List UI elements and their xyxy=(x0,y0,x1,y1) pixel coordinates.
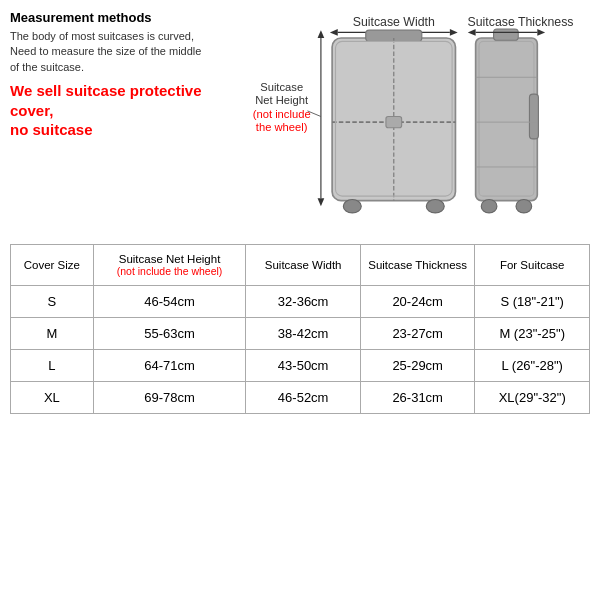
cell-thickness-3: 26-31cm xyxy=(360,382,475,414)
svg-marker-1 xyxy=(330,29,338,36)
cell-net-height-3: 69-78cm xyxy=(93,382,246,414)
cell-width-0: 32-36cm xyxy=(246,286,361,318)
cell-for-suit-0: S (18"-21") xyxy=(475,286,590,318)
table-row: S 46-54cm 32-36cm 20-24cm S (18"-21") xyxy=(11,286,590,318)
cell-net-height-2: 64-71cm xyxy=(93,350,246,382)
sell-text: We sell suitcase protective cover, no su… xyxy=(10,81,212,140)
svg-rect-19 xyxy=(476,38,538,201)
svg-text:(not include: (not include xyxy=(253,108,311,120)
measurement-title: Measurement methods xyxy=(10,10,212,25)
header-width: Suitcase Width xyxy=(246,245,361,286)
cell-net-height-1: 55-63cm xyxy=(93,318,246,350)
cell-thickness-2: 25-29cm xyxy=(360,350,475,382)
main-container: Measurement methods The body of most sui… xyxy=(0,0,600,600)
desc-line2: Need to measure the size of the middle o… xyxy=(10,45,201,72)
left-text-area: Measurement methods The body of most sui… xyxy=(10,10,220,234)
cell-size-1: M xyxy=(11,318,94,350)
table-row: M 55-63cm 38-42cm 23-27cm M (23"-25") xyxy=(11,318,590,350)
svg-marker-2 xyxy=(450,29,458,36)
cell-thickness-1: 23-27cm xyxy=(360,318,475,350)
cell-net-height-0: 46-54cm xyxy=(93,286,246,318)
cell-thickness-0: 20-24cm xyxy=(360,286,475,318)
table-row: XL 69-78cm 46-52cm 26-31cm XL(29"-32") xyxy=(11,382,590,414)
table-row: L 64-71cm 43-50cm 25-29cm L (26"-28") xyxy=(11,350,590,382)
svg-marker-12 xyxy=(318,30,325,38)
cell-for-suit-2: L (26"-28") xyxy=(475,350,590,382)
cell-width-2: 43-50cm xyxy=(246,350,361,382)
svg-marker-29 xyxy=(468,29,476,36)
svg-marker-13 xyxy=(318,198,325,206)
header-net-height: Suitcase Net Height (not include the whe… xyxy=(93,245,246,286)
label-suitcase-width: Suitcase Width xyxy=(353,15,435,29)
svg-text:Suitcase: Suitcase xyxy=(260,81,303,93)
cell-size-3: XL xyxy=(11,382,94,414)
svg-point-23 xyxy=(481,199,497,212)
header-thickness: Suitcase Thickness xyxy=(360,245,475,286)
header-cover-size: Cover Size xyxy=(11,245,94,286)
label-suitcase-thickness: Suitcase Thickness xyxy=(467,15,573,29)
svg-marker-30 xyxy=(537,29,545,36)
sell-line2: no suitcase xyxy=(10,121,93,138)
svg-rect-10 xyxy=(386,117,402,128)
svg-point-8 xyxy=(343,199,361,212)
svg-rect-21 xyxy=(494,29,519,40)
svg-rect-22 xyxy=(529,94,538,139)
size-table: Cover Size Suitcase Net Height (not incl… xyxy=(10,244,590,414)
header-for-suitcase: For Suitcase xyxy=(475,245,590,286)
cell-for-suit-3: XL(29"-32") xyxy=(475,382,590,414)
cell-for-suit-1: M (23"-25") xyxy=(475,318,590,350)
top-section: Measurement methods The body of most sui… xyxy=(10,10,590,234)
cell-width-3: 46-52cm xyxy=(246,382,361,414)
net-height-sub: (not include the wheel) xyxy=(117,265,223,277)
svg-text:Net Height: Net Height xyxy=(255,94,309,106)
cell-size-0: S xyxy=(11,286,94,318)
cell-width-1: 38-42cm xyxy=(246,318,361,350)
sell-line1: We sell suitcase protective cover, xyxy=(10,82,201,119)
measurement-desc: The body of most suitcases is curved, Ne… xyxy=(10,29,212,75)
svg-text:the wheel): the wheel) xyxy=(256,121,308,133)
svg-point-24 xyxy=(516,199,532,212)
diagram-svg: Suitcase Width Suitcase Thickness xyxy=(220,10,590,234)
svg-point-9 xyxy=(426,199,444,212)
cell-size-2: L xyxy=(11,350,94,382)
diagram-area: Suitcase Width Suitcase Thickness xyxy=(220,10,590,234)
desc-line1: The body of most suitcases is curved, xyxy=(10,30,194,42)
